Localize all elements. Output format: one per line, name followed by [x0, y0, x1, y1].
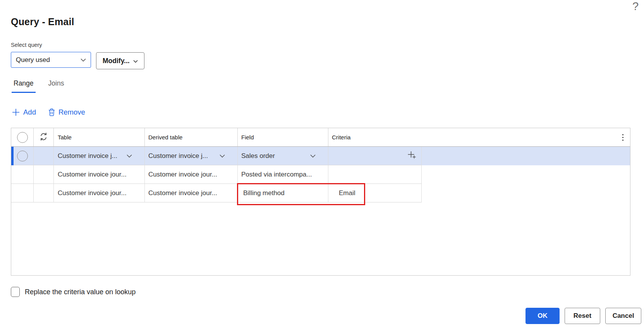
- select-query-value: Query used: [16, 56, 50, 64]
- column-header-table[interactable]: Table: [54, 128, 145, 146]
- grid-body: Customer invoice j... Customer invoice j…: [11, 147, 630, 202]
- table-row[interactable]: Customer invoice jour... Customer invoic…: [11, 184, 630, 202]
- add-button[interactable]: Add: [12, 108, 36, 117]
- tab-bar: Range Joins: [12, 79, 66, 93]
- row-filler: [422, 184, 630, 202]
- ok-button[interactable]: OK: [526, 308, 560, 324]
- derived-table-cell[interactable]: Customer invoice jour...: [145, 184, 238, 202]
- dialog-footer: OK Reset Cancel: [526, 308, 641, 324]
- select-query-dropdown[interactable]: Query used: [11, 52, 91, 68]
- plus-icon: [12, 108, 20, 116]
- column-header-derived-table[interactable]: Derived table: [145, 128, 238, 146]
- refresh-icon: [39, 132, 48, 142]
- derived-table-cell-dropdown[interactable]: Customer invoice j...: [145, 147, 238, 165]
- column-header-field[interactable]: Field: [238, 128, 328, 146]
- replace-criteria-option: Replace the criteria value on lookup: [11, 287, 136, 297]
- help-icon[interactable]: ?: [632, 0, 639, 13]
- more-options-icon[interactable]: [621, 133, 625, 142]
- derived-table-cell[interactable]: Customer invoice jour...: [145, 165, 238, 184]
- tab-joins[interactable]: Joins: [46, 79, 66, 93]
- replace-criteria-checkbox[interactable]: [11, 287, 20, 297]
- refresh-column-header[interactable]: [34, 128, 54, 146]
- criteria-cell[interactable]: [328, 165, 422, 184]
- select-all-column-header[interactable]: [11, 128, 34, 146]
- field-cell[interactable]: Posted via intercompa...: [238, 165, 328, 184]
- remove-button-label: Remove: [58, 108, 85, 117]
- add-button-label: Add: [23, 108, 36, 117]
- table-row[interactable]: Customer invoice j... Customer invoice j…: [11, 147, 630, 165]
- cell-value: Sales order: [241, 152, 275, 160]
- row-filler: [422, 165, 630, 184]
- replace-criteria-label: Replace the criteria value on lookup: [25, 288, 136, 296]
- column-header-criteria[interactable]: Criteria: [328, 128, 630, 146]
- row-selector[interactable]: [11, 147, 34, 165]
- criteria-cell[interactable]: Email: [328, 184, 422, 202]
- select-query-label: Select query: [11, 42, 42, 48]
- chevron-down-icon: [133, 57, 138, 65]
- radio-circle-icon[interactable]: [17, 151, 28, 161]
- add-filter-icon[interactable]: [407, 151, 417, 161]
- column-header-criteria-label: Criteria: [332, 134, 350, 141]
- tab-range[interactable]: Range: [12, 79, 36, 93]
- row-selector[interactable]: [11, 165, 34, 184]
- modify-button-label: Modify...: [103, 57, 130, 65]
- remove-button[interactable]: Remove: [48, 108, 85, 117]
- table-cell-dropdown[interactable]: Customer invoice j...: [54, 147, 145, 165]
- table-row[interactable]: Customer invoice jour... Customer invoic…: [11, 165, 630, 184]
- page-title: Query - Email: [11, 16, 74, 27]
- chevron-down-icon: [81, 57, 86, 63]
- trash-icon: [48, 108, 55, 116]
- cancel-button[interactable]: Cancel: [605, 308, 641, 324]
- row-refresh-cell: [34, 165, 54, 184]
- field-cell-dropdown[interactable]: Sales order: [238, 147, 328, 165]
- modify-button[interactable]: Modify...: [96, 52, 144, 69]
- grid-toolbar: Add Remove: [12, 108, 85, 117]
- row-refresh-cell: [34, 147, 54, 165]
- criteria-cell[interactable]: [328, 147, 422, 165]
- chevron-down-icon[interactable]: [127, 152, 132, 160]
- cell-value: Customer invoice j...: [148, 152, 208, 160]
- radio-circle-icon[interactable]: [17, 132, 28, 143]
- table-cell[interactable]: Customer invoice jour...: [54, 165, 145, 184]
- reset-button[interactable]: Reset: [565, 308, 600, 324]
- cell-value: Customer invoice j...: [58, 152, 117, 160]
- chevron-down-icon[interactable]: [220, 152, 225, 160]
- row-selector[interactable]: [11, 184, 34, 202]
- row-filler: [422, 147, 630, 165]
- chevron-down-icon[interactable]: [310, 152, 316, 160]
- field-cell[interactable]: Billing method: [238, 184, 328, 202]
- row-refresh-cell: [34, 184, 54, 202]
- table-cell[interactable]: Customer invoice jour...: [54, 184, 145, 202]
- query-range-grid: Table Derived table Field Criteria Custo…: [11, 128, 630, 276]
- grid-header-row: Table Derived table Field Criteria: [11, 128, 630, 147]
